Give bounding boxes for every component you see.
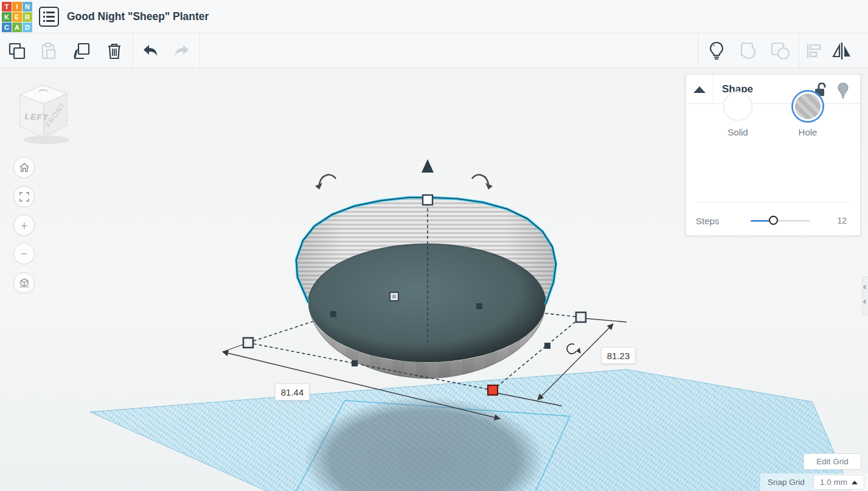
solid-swatch[interactable] xyxy=(723,92,752,121)
solid-label: Solid xyxy=(710,127,765,137)
snap-grid-label: Snap Grid xyxy=(768,478,805,487)
scale-handle-corner-left[interactable] xyxy=(243,338,253,348)
panel-edge-tab[interactable] xyxy=(862,276,868,315)
rotate-dimension-arrow[interactable] xyxy=(576,348,581,354)
chevron-left-icon xyxy=(863,300,867,304)
paste-icon[interactable] xyxy=(36,39,61,63)
redo-icon[interactable] xyxy=(170,39,195,63)
logo-tile: E xyxy=(12,12,22,22)
home-view-button[interactable] xyxy=(13,157,35,178)
logo-tile: N xyxy=(23,2,32,12)
logo-tile: D xyxy=(23,22,32,32)
shape-inspector-panel: Shape Solid Hole Steps 12 xyxy=(686,74,861,236)
logo-tile: A xyxy=(12,22,22,32)
edge-midpoint-handle[interactable] xyxy=(544,343,550,349)
viewcube-shadow xyxy=(23,136,69,144)
workplane[interactable]: Workplane xyxy=(90,360,868,491)
steps-slider-thumb[interactable] xyxy=(769,216,778,225)
zoom-in-button[interactable]: ＋ xyxy=(13,215,35,236)
fit-view-button[interactable] xyxy=(13,186,35,207)
hole-option[interactable]: Hole xyxy=(780,92,835,137)
hole-swatch[interactable] xyxy=(793,92,822,121)
logo-tile: C xyxy=(2,22,12,32)
logo-tile: R xyxy=(23,12,32,22)
tinkercad-logo[interactable]: TINKERCAD xyxy=(2,2,33,33)
align-icon[interactable] xyxy=(802,39,826,63)
scale-handle-top[interactable] xyxy=(423,195,432,205)
rotate-handle-left[interactable] xyxy=(315,175,336,190)
hole-label: Hole xyxy=(780,127,835,137)
zoom-out-button[interactable]: − xyxy=(13,243,35,264)
chevron-left-icon xyxy=(863,285,867,289)
solid-option[interactable]: Solid xyxy=(710,92,765,137)
bowl-interior xyxy=(308,244,546,362)
raise-arrow-handle[interactable] xyxy=(422,159,434,173)
ungroup-icon[interactable] xyxy=(769,39,793,63)
lightbulb-icon[interactable] xyxy=(704,39,729,63)
duplicate-icon[interactable] xyxy=(69,39,94,63)
group-icon[interactable] xyxy=(737,39,762,63)
copy-icon[interactable] xyxy=(5,39,29,63)
design-menu-icon[interactable] xyxy=(39,7,59,27)
scale-handle-corner-active[interactable] xyxy=(488,385,498,395)
rotate-handle-right[interactable] xyxy=(472,175,493,190)
steps-value: 12 xyxy=(837,216,847,225)
fit-view-icon xyxy=(19,192,29,202)
dimension-width-label[interactable]: 81.44 xyxy=(275,383,310,400)
steps-row: Steps 12 xyxy=(686,210,861,234)
hide-lightbulb-icon[interactable] xyxy=(837,83,849,101)
logo-tile: T xyxy=(2,2,12,12)
logo-tile: K xyxy=(2,12,12,22)
steps-label: Steps xyxy=(696,216,719,226)
snap-grid-row: Snap Grid 1.0 mm xyxy=(760,473,868,491)
view-cube[interactable]: LEFT FRONT xyxy=(11,80,74,149)
edge-midpoint-handle[interactable] xyxy=(330,311,336,317)
snap-grid-dropdown[interactable]: 1.0 mm xyxy=(813,475,864,490)
mirror-icon[interactable] xyxy=(830,39,854,63)
app-header: TINKERCAD Good Night "Sheep" Planter xyxy=(0,0,868,33)
collapse-triangle-icon xyxy=(693,86,706,93)
delete-icon[interactable] xyxy=(102,39,127,63)
dropdown-up-arrow-icon xyxy=(852,481,858,484)
design-title[interactable]: Good Night "Sheep" Planter xyxy=(67,10,209,23)
steps-slider[interactable] xyxy=(751,220,810,222)
center-handle-dot xyxy=(392,295,396,298)
logo-tile: I xyxy=(12,2,22,12)
collapse-panel-button[interactable] xyxy=(686,75,713,104)
snap-grid-value: 1.0 mm xyxy=(820,478,847,487)
edit-grid-button[interactable]: Edit Grid xyxy=(804,453,861,470)
scale-handle-corner-right[interactable] xyxy=(576,312,586,322)
panel-divider xyxy=(697,202,849,202)
perspective-icon xyxy=(19,278,30,289)
edge-midpoint-handle[interactable] xyxy=(352,360,358,366)
perspective-toggle-button[interactable] xyxy=(13,272,35,294)
dimension-depth-label[interactable]: 81.23 xyxy=(601,347,636,364)
undo-icon[interactable] xyxy=(137,39,162,63)
main-toolbar xyxy=(0,33,868,68)
home-icon xyxy=(19,162,30,173)
edge-midpoint-handle[interactable] xyxy=(476,303,482,309)
